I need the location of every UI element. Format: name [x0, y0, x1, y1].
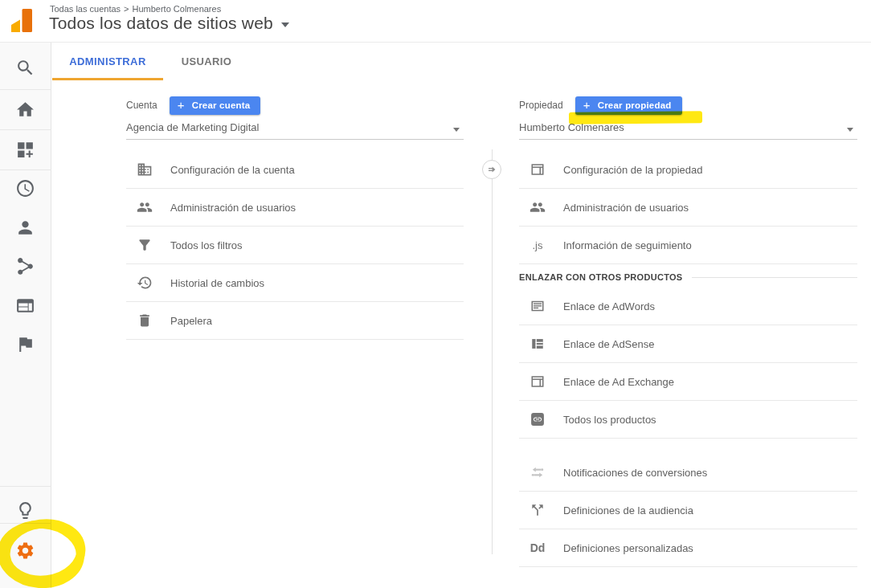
highlight-marker-bar [569, 111, 702, 124]
adsense-link-icon [529, 335, 546, 353]
product-links-list: Enlace de AdWords Enlace de AdSense Enla… [519, 288, 857, 439]
list-item-custom-definitions[interactable]: Dd Definiciones personalizadas [519, 529, 857, 567]
list-item-label: Historial de cambios [170, 277, 264, 289]
list-item-adsense-link[interactable]: Enlace de AdSense [519, 325, 857, 363]
section-header-label: ENLAZAR CON OTROS PRODUCTOS [519, 272, 682, 282]
app-header: Todas las cuentas>Humberto Colmenares To… [0, 0, 871, 43]
property-extra-list: Notificaciones de conversiones Definicio… [519, 454, 857, 567]
all-products-link-icon [529, 410, 546, 428]
behavior-icon[interactable] [15, 296, 35, 316]
list-item-all-filters[interactable]: Todos los filtros [126, 227, 464, 264]
list-item-label: Papelera [170, 315, 212, 327]
list-item-trash[interactable]: Papelera [126, 302, 464, 340]
list-item-property-user-management[interactable]: Administración de usuarios [519, 189, 857, 227]
account-selected-value: Agencia de Marketing Digital [126, 121, 259, 133]
admin-gear-icon[interactable] [15, 541, 35, 561]
property-settings-icon [529, 161, 546, 178]
list-item-change-history[interactable]: Historial de cambios [126, 264, 464, 302]
divider [0, 486, 51, 487]
list-item-label: Administración de usuarios [170, 202, 296, 214]
list-item-account-user-management[interactable]: Administración de usuarios [126, 189, 464, 227]
conversion-notifications-icon [529, 463, 546, 481]
tab-administrar-label: ADMINISTRAR [69, 55, 145, 67]
list-item-label: Notificaciones de conversiones [563, 467, 707, 479]
list-item-property-settings[interactable]: Configuración de la propiedad [519, 151, 857, 189]
insights-bulb-icon[interactable] [15, 500, 35, 521]
list-item-label: Enlace de AdSense [563, 338, 654, 350]
divider [0, 89, 51, 90]
chevron-down-icon [453, 128, 460, 132]
chevron-down-icon [281, 22, 289, 27]
tab-usuario[interactable]: USUARIO [163, 43, 250, 80]
list-item-label: Todos los productos [563, 414, 656, 426]
history-restore-icon [136, 274, 153, 292]
create-account-button[interactable]: + Crear cuenta [170, 96, 261, 115]
expand-column-button[interactable] [482, 160, 501, 179]
list-item-tracking-info[interactable]: .js Información de seguimiento [519, 227, 857, 264]
history-icon[interactable] [15, 178, 35, 198]
list-item-label: Configuración de la cuenta [170, 164, 295, 176]
column-divider [492, 149, 493, 554]
js-text: .js [533, 239, 543, 251]
breadcrumb-current-account[interactable]: Humberto Colmenares [133, 4, 222, 14]
property-column-label: Propiedad [519, 100, 563, 111]
list-item-label: Administración de usuarios [563, 202, 689, 214]
account-column-label: Cuenta [126, 100, 157, 111]
building-icon [136, 161, 153, 178]
property-settings-list: Configuración de la propiedad Administra… [519, 151, 857, 264]
list-item-label: Definiciones de la audiencia [563, 504, 693, 517]
double-arrow-right-icon [487, 165, 497, 174]
admin-tabbar: ADMINISTRAR USUARIO [52, 43, 250, 80]
create-property-button-label: Crear propiedad [598, 100, 672, 110]
link-products-section-header: ENLAZAR CON OTROS PRODUCTOS [519, 267, 857, 288]
list-item-adexchange-link[interactable]: Enlace de Ad Exchange [519, 363, 857, 401]
chevron-down-icon [847, 128, 853, 132]
list-item-label: Definiciones personalizadas [563, 542, 693, 554]
create-account-button-label: Crear cuenta [192, 100, 251, 110]
acquisition-icon[interactable] [15, 256, 35, 276]
trash-icon [136, 312, 153, 329]
customization-icon[interactable] [15, 140, 35, 160]
home-icon[interactable] [15, 100, 35, 120]
account-settings-list: Configuración de la cuenta Administració… [126, 151, 464, 340]
account-selector-dropdown[interactable]: Agencia de Marketing Digital [126, 121, 464, 140]
divider [0, 129, 51, 130]
js-text-icon: .js [529, 236, 546, 254]
list-item-label: Todos los filtros [170, 239, 243, 251]
list-item-all-products[interactable]: Todos los productos [519, 401, 857, 439]
adwords-link-icon [529, 297, 546, 315]
left-nav-sidebar [0, 43, 51, 588]
breadcrumb-all-accounts[interactable]: Todas las cuentas [50, 4, 121, 14]
users-group-icon [136, 198, 153, 216]
page-title: Todos los datos de sitios web [49, 14, 273, 33]
users-group-icon [529, 198, 546, 216]
account-switcher[interactable]: Todos los datos de sitios web [49, 14, 289, 33]
divider [692, 277, 857, 278]
search-icon[interactable] [15, 58, 35, 78]
list-item-audience-definitions[interactable]: Definiciones de la audiencia [519, 492, 857, 529]
plus-icon: + [178, 98, 185, 112]
adexchange-link-icon [529, 373, 546, 390]
list-item-label: Enlace de Ad Exchange [563, 376, 674, 388]
audience-icon[interactable] [15, 218, 35, 238]
list-item-conversion-notifications[interactable]: Notificaciones de conversiones [519, 454, 857, 492]
list-item-adwords-link[interactable]: Enlace de AdWords [519, 288, 857, 325]
breadcrumb-separator: > [124, 4, 129, 14]
conversions-flag-icon[interactable] [15, 334, 35, 354]
active-tab-underline [52, 78, 163, 80]
audience-split-icon [529, 501, 546, 519]
breadcrumb[interactable]: Todas las cuentas>Humberto Colmenares [50, 4, 221, 14]
divider [0, 169, 51, 170]
tab-administrar[interactable]: ADMINISTRAR [52, 43, 163, 80]
tab-usuario-label: USUARIO [182, 55, 232, 67]
analytics-logo-icon [9, 6, 36, 36]
list-item-label: Configuración de la propiedad [563, 164, 702, 176]
plus-icon: + [583, 98, 591, 112]
list-item-account-settings[interactable]: Configuración de la cuenta [126, 151, 464, 189]
divider [0, 523, 51, 524]
list-item-label: Enlace de AdWords [563, 300, 655, 312]
list-item-label: Información de seguimiento [563, 239, 692, 251]
filter-funnel-icon [136, 236, 153, 254]
dd-text-icon: Dd [529, 539, 546, 557]
dd-text: Dd [530, 541, 546, 554]
